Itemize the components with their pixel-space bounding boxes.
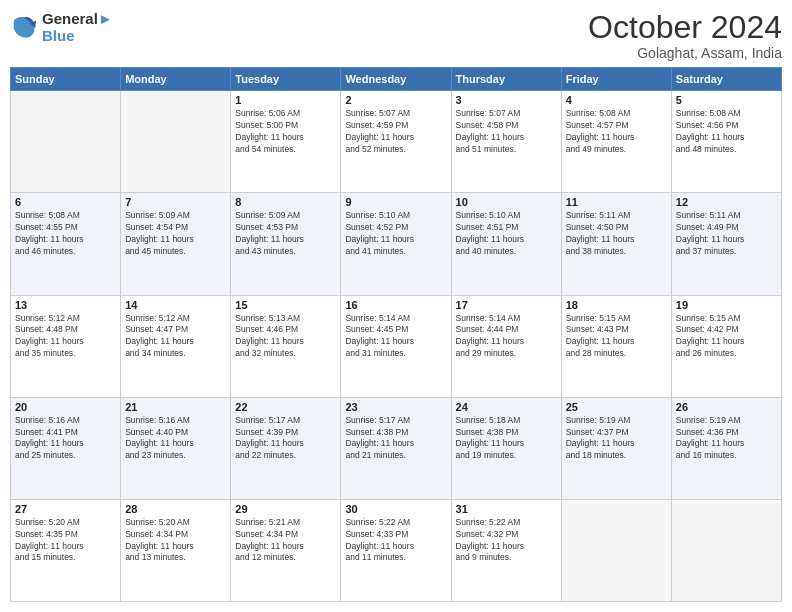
day-number: 11 <box>566 196 667 208</box>
day-number: 28 <box>125 503 226 515</box>
day-info: Sunrise: 5:12 AMSunset: 4:48 PMDaylight:… <box>15 313 116 361</box>
location: Golaghat, Assam, India <box>588 45 782 61</box>
calendar-header-thursday: Thursday <box>451 68 561 91</box>
calendar-cell: 17Sunrise: 5:14 AMSunset: 4:44 PMDayligh… <box>451 295 561 397</box>
day-info: Sunrise: 5:17 AMSunset: 4:38 PMDaylight:… <box>345 415 446 463</box>
calendar-cell: 6Sunrise: 5:08 AMSunset: 4:55 PMDaylight… <box>11 193 121 295</box>
day-info: Sunrise: 5:11 AMSunset: 4:50 PMDaylight:… <box>566 210 667 258</box>
calendar-cell <box>121 91 231 193</box>
calendar-week-row: 13Sunrise: 5:12 AMSunset: 4:48 PMDayligh… <box>11 295 782 397</box>
calendar-cell: 30Sunrise: 5:22 AMSunset: 4:33 PMDayligh… <box>341 499 451 601</box>
day-number: 20 <box>15 401 116 413</box>
day-number: 16 <box>345 299 446 311</box>
day-info: Sunrise: 5:14 AMSunset: 4:44 PMDaylight:… <box>456 313 557 361</box>
calendar-cell: 27Sunrise: 5:20 AMSunset: 4:35 PMDayligh… <box>11 499 121 601</box>
day-info: Sunrise: 5:21 AMSunset: 4:34 PMDaylight:… <box>235 517 336 565</box>
page: General► Blue October 2024 Golaghat, Ass… <box>0 0 792 612</box>
calendar-cell: 8Sunrise: 5:09 AMSunset: 4:53 PMDaylight… <box>231 193 341 295</box>
calendar-cell: 13Sunrise: 5:12 AMSunset: 4:48 PMDayligh… <box>11 295 121 397</box>
calendar-cell: 31Sunrise: 5:22 AMSunset: 4:32 PMDayligh… <box>451 499 561 601</box>
day-info: Sunrise: 5:14 AMSunset: 4:45 PMDaylight:… <box>345 313 446 361</box>
header: General► Blue October 2024 Golaghat, Ass… <box>10 10 782 61</box>
calendar-cell: 28Sunrise: 5:20 AMSunset: 4:34 PMDayligh… <box>121 499 231 601</box>
day-info: Sunrise: 5:08 AMSunset: 4:57 PMDaylight:… <box>566 108 667 156</box>
calendar-cell: 2Sunrise: 5:07 AMSunset: 4:59 PMDaylight… <box>341 91 451 193</box>
calendar-cell: 23Sunrise: 5:17 AMSunset: 4:38 PMDayligh… <box>341 397 451 499</box>
calendar-cell: 14Sunrise: 5:12 AMSunset: 4:47 PMDayligh… <box>121 295 231 397</box>
calendar-header-wednesday: Wednesday <box>341 68 451 91</box>
day-info: Sunrise: 5:10 AMSunset: 4:52 PMDaylight:… <box>345 210 446 258</box>
calendar-cell: 25Sunrise: 5:19 AMSunset: 4:37 PMDayligh… <box>561 397 671 499</box>
calendar-cell: 29Sunrise: 5:21 AMSunset: 4:34 PMDayligh… <box>231 499 341 601</box>
day-info: Sunrise: 5:07 AMSunset: 4:59 PMDaylight:… <box>345 108 446 156</box>
calendar-header-monday: Monday <box>121 68 231 91</box>
day-info: Sunrise: 5:07 AMSunset: 4:58 PMDaylight:… <box>456 108 557 156</box>
calendar-cell: 12Sunrise: 5:11 AMSunset: 4:49 PMDayligh… <box>671 193 781 295</box>
calendar-cell: 22Sunrise: 5:17 AMSunset: 4:39 PMDayligh… <box>231 397 341 499</box>
day-number: 26 <box>676 401 777 413</box>
calendar-week-row: 20Sunrise: 5:16 AMSunset: 4:41 PMDayligh… <box>11 397 782 499</box>
calendar-cell: 10Sunrise: 5:10 AMSunset: 4:51 PMDayligh… <box>451 193 561 295</box>
day-number: 12 <box>676 196 777 208</box>
day-info: Sunrise: 5:09 AMSunset: 4:54 PMDaylight:… <box>125 210 226 258</box>
title-area: October 2024 Golaghat, Assam, India <box>588 10 782 61</box>
calendar-cell: 18Sunrise: 5:15 AMSunset: 4:43 PMDayligh… <box>561 295 671 397</box>
day-number: 23 <box>345 401 446 413</box>
day-number: 8 <box>235 196 336 208</box>
calendar-header-saturday: Saturday <box>671 68 781 91</box>
calendar-cell: 15Sunrise: 5:13 AMSunset: 4:46 PMDayligh… <box>231 295 341 397</box>
calendar-cell: 4Sunrise: 5:08 AMSunset: 4:57 PMDaylight… <box>561 91 671 193</box>
day-number: 30 <box>345 503 446 515</box>
day-info: Sunrise: 5:09 AMSunset: 4:53 PMDaylight:… <box>235 210 336 258</box>
day-info: Sunrise: 5:15 AMSunset: 4:43 PMDaylight:… <box>566 313 667 361</box>
day-info: Sunrise: 5:08 AMSunset: 4:55 PMDaylight:… <box>15 210 116 258</box>
day-number: 4 <box>566 94 667 106</box>
day-number: 24 <box>456 401 557 413</box>
calendar-cell: 11Sunrise: 5:11 AMSunset: 4:50 PMDayligh… <box>561 193 671 295</box>
logo-icon <box>10 13 38 41</box>
calendar-cell: 7Sunrise: 5:09 AMSunset: 4:54 PMDaylight… <box>121 193 231 295</box>
day-info: Sunrise: 5:10 AMSunset: 4:51 PMDaylight:… <box>456 210 557 258</box>
day-number: 1 <box>235 94 336 106</box>
day-number: 3 <box>456 94 557 106</box>
calendar-cell: 5Sunrise: 5:08 AMSunset: 4:56 PMDaylight… <box>671 91 781 193</box>
day-info: Sunrise: 5:18 AMSunset: 4:38 PMDaylight:… <box>456 415 557 463</box>
day-info: Sunrise: 5:19 AMSunset: 4:36 PMDaylight:… <box>676 415 777 463</box>
calendar-header-sunday: Sunday <box>11 68 121 91</box>
day-number: 15 <box>235 299 336 311</box>
day-info: Sunrise: 5:13 AMSunset: 4:46 PMDaylight:… <box>235 313 336 361</box>
month-title: October 2024 <box>588 10 782 45</box>
day-info: Sunrise: 5:16 AMSunset: 4:40 PMDaylight:… <box>125 415 226 463</box>
day-info: Sunrise: 5:20 AMSunset: 4:35 PMDaylight:… <box>15 517 116 565</box>
day-info: Sunrise: 5:08 AMSunset: 4:56 PMDaylight:… <box>676 108 777 156</box>
day-number: 25 <box>566 401 667 413</box>
logo-text: General► Blue <box>42 10 113 44</box>
calendar-cell <box>671 499 781 601</box>
calendar-header-friday: Friday <box>561 68 671 91</box>
calendar-cell: 3Sunrise: 5:07 AMSunset: 4:58 PMDaylight… <box>451 91 561 193</box>
day-number: 10 <box>456 196 557 208</box>
day-number: 13 <box>15 299 116 311</box>
day-number: 22 <box>235 401 336 413</box>
day-info: Sunrise: 5:16 AMSunset: 4:41 PMDaylight:… <box>15 415 116 463</box>
day-info: Sunrise: 5:22 AMSunset: 4:32 PMDaylight:… <box>456 517 557 565</box>
calendar-cell <box>11 91 121 193</box>
day-number: 9 <box>345 196 446 208</box>
calendar-cell <box>561 499 671 601</box>
calendar-header-row: SundayMondayTuesdayWednesdayThursdayFrid… <box>11 68 782 91</box>
day-info: Sunrise: 5:11 AMSunset: 4:49 PMDaylight:… <box>676 210 777 258</box>
day-info: Sunrise: 5:19 AMSunset: 4:37 PMDaylight:… <box>566 415 667 463</box>
day-number: 18 <box>566 299 667 311</box>
day-info: Sunrise: 5:20 AMSunset: 4:34 PMDaylight:… <box>125 517 226 565</box>
calendar-cell: 21Sunrise: 5:16 AMSunset: 4:40 PMDayligh… <box>121 397 231 499</box>
day-info: Sunrise: 5:15 AMSunset: 4:42 PMDaylight:… <box>676 313 777 361</box>
day-number: 7 <box>125 196 226 208</box>
calendar-cell: 19Sunrise: 5:15 AMSunset: 4:42 PMDayligh… <box>671 295 781 397</box>
day-number: 2 <box>345 94 446 106</box>
calendar-week-row: 1Sunrise: 5:06 AMSunset: 5:00 PMDaylight… <box>11 91 782 193</box>
day-number: 5 <box>676 94 777 106</box>
calendar-cell: 9Sunrise: 5:10 AMSunset: 4:52 PMDaylight… <box>341 193 451 295</box>
calendar-header-tuesday: Tuesday <box>231 68 341 91</box>
calendar-week-row: 27Sunrise: 5:20 AMSunset: 4:35 PMDayligh… <box>11 499 782 601</box>
calendar-cell: 20Sunrise: 5:16 AMSunset: 4:41 PMDayligh… <box>11 397 121 499</box>
